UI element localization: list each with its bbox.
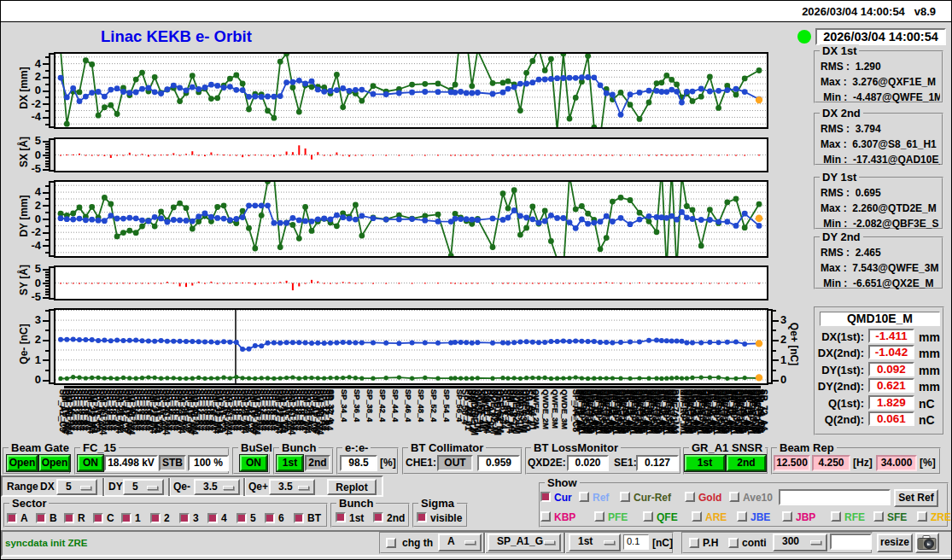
svg-text:BM_74_M4: BM_74_M4 [670, 389, 680, 434]
svg-text:QWDE_2M: QWDE_2M [541, 389, 550, 429]
svg-text:SP_34_4: SP_34_4 [340, 389, 348, 423]
svg-text:SP_44_4: SP_44_4 [391, 389, 400, 423]
svg-text:SP_38_4: SP_38_4 [365, 389, 374, 423]
svg-text:SP_72_A4: SP_72_A4 [759, 389, 768, 431]
svg-text:SP_36_4: SP_36_4 [353, 389, 361, 423]
svg-text:QWFE_2M: QWFE_2M [532, 389, 540, 429]
svg-text:QWDE_3M: QWDE_3M [560, 389, 569, 429]
svg-text:QWFE_3M: QWFE_3M [551, 389, 559, 429]
svg-text:SP_48_4: SP_48_4 [417, 389, 425, 423]
svg-text:SP_46_4: SP_46_4 [404, 389, 412, 423]
svg-text:SP_42_4: SP_42_4 [378, 389, 387, 423]
svg-text:SP_54_4: SP_54_4 [442, 389, 451, 423]
svg-text:SP_32_4: SP_32_4 [327, 389, 336, 423]
svg-text:SP_52_4: SP_52_4 [429, 389, 438, 423]
